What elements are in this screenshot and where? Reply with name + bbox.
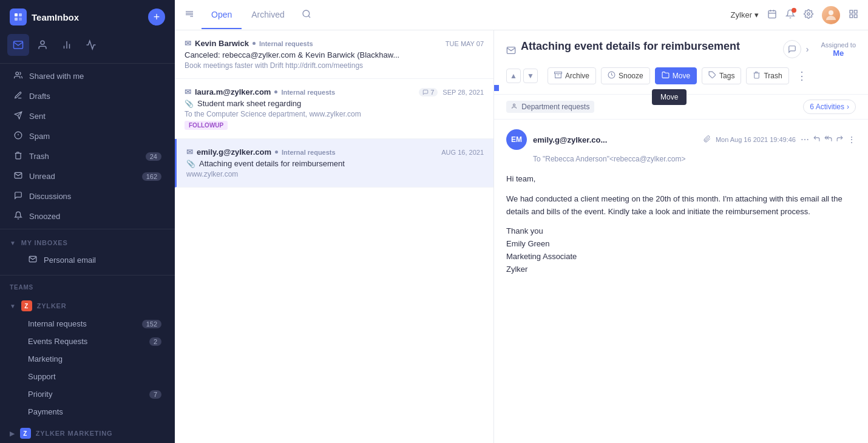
my-inboxes-label: My Inboxes bbox=[21, 239, 68, 246]
svg-rect-28 bbox=[854, 15, 857, 18]
sidebar-item-snoozed[interactable]: Snoozed bbox=[4, 207, 171, 226]
topnav-right: Zylker ▾ bbox=[731, 6, 858, 24]
apps-grid-icon[interactable] bbox=[849, 9, 858, 21]
sidebar-inbox-icon[interactable] bbox=[7, 34, 29, 56]
sidebar-icon-row bbox=[0, 34, 175, 61]
snooze-icon bbox=[608, 71, 615, 81]
action-more-icon[interactable]: ⋮ bbox=[796, 69, 807, 83]
email-subject-2: 📎 Student mark sheet regarding bbox=[185, 99, 484, 108]
more-options-icon[interactable]: ⋮ bbox=[847, 135, 856, 144]
email-date-2: SEP 28, 2021 bbox=[442, 89, 484, 96]
expand-icon[interactable]: › bbox=[806, 44, 809, 54]
settings-icon[interactable] bbox=[804, 9, 813, 21]
app-logo: TeamInbox bbox=[10, 8, 79, 25]
detail-title: Attaching event details for reimbursemen… bbox=[521, 40, 740, 53]
email-detail: Attaching event details for reimbursemen… bbox=[494, 30, 868, 443]
email-icon-3: ✉ bbox=[186, 147, 193, 157]
unread-icon bbox=[13, 171, 23, 181]
sidebar-item-payments[interactable]: Payments bbox=[4, 404, 171, 420]
sidebar-item-marketing[interactable]: Marketing bbox=[4, 351, 171, 367]
shared-icon bbox=[13, 71, 23, 81]
email-item-1[interactable]: ✉ Kevin Barwick Internal requests TUE MA… bbox=[175, 30, 493, 79]
my-inboxes-chevron: ▼ bbox=[10, 240, 16, 246]
tab-archived[interactable]: Archived bbox=[242, 1, 294, 29]
trash-badge: 24 bbox=[146, 152, 161, 161]
zylker-marketing-chevron: ▶ bbox=[10, 430, 15, 437]
trash-button[interactable]: Trash bbox=[746, 67, 788, 84]
main-content: Open Archived Zylker ▾ bbox=[175, 0, 868, 443]
svg-rect-30 bbox=[555, 72, 562, 74]
from-row: EM emily.g@zylker.co... Mon Aug 16 2021 … bbox=[506, 129, 856, 150]
sidebar-contacts-icon[interactable] bbox=[32, 34, 53, 56]
sender-name: emily.g@zylker.co... bbox=[533, 135, 697, 144]
user-avatar[interactable] bbox=[822, 6, 840, 24]
move-icon bbox=[662, 71, 670, 81]
search-icon[interactable] bbox=[302, 9, 311, 21]
sidebar-item-sent[interactable]: Sent bbox=[4, 107, 171, 126]
email-item-3[interactable]: ✉ emily.g@zylker.com Internal requests A… bbox=[175, 139, 493, 188]
chat-icon-button[interactable] bbox=[783, 40, 801, 58]
topnav: Open Archived Zylker ▾ bbox=[175, 0, 868, 30]
drafts-icon bbox=[13, 91, 23, 101]
svg-point-25 bbox=[829, 10, 833, 15]
more-dots-icon[interactable]: ⋯ bbox=[801, 135, 809, 144]
email-timestamp: Mon Aug 16 2021 19:49:46 bbox=[716, 136, 796, 143]
move-tooltip: Move bbox=[652, 90, 687, 105]
svg-rect-26 bbox=[850, 10, 853, 13]
comment-badge-2: 7 bbox=[419, 88, 438, 96]
reply-all-icon[interactable] bbox=[824, 135, 832, 144]
sidebar-item-discussions[interactable]: Discussions bbox=[4, 187, 171, 206]
notification-icon[interactable] bbox=[785, 9, 795, 21]
snooze-button[interactable]: Snooze bbox=[601, 67, 650, 84]
nav-down-arrow[interactable]: ▼ bbox=[523, 69, 538, 83]
unread-badge: 162 bbox=[142, 172, 161, 181]
email-sender-2: ✉ laura.m@zylker.com Internal requests bbox=[185, 87, 335, 96]
sidebar-item-events-requests[interactable]: Events Requests 2 bbox=[4, 333, 171, 350]
tags-button[interactable]: Tags bbox=[702, 67, 741, 84]
zylker-chevron: ▼ bbox=[10, 303, 16, 309]
sidebar-item-priority[interactable]: Priority 7 bbox=[4, 386, 171, 402]
sidebar-item-spam[interactable]: Spam bbox=[4, 127, 171, 146]
sent-label: Sent bbox=[29, 112, 161, 121]
sidebar-reports-icon[interactable] bbox=[56, 34, 78, 56]
dot-sep-3 bbox=[275, 150, 278, 154]
sidebar-item-internal-requests[interactable]: Internal requests 152 bbox=[4, 316, 171, 332]
sidebar-activity-icon[interactable] bbox=[80, 34, 102, 56]
svg-point-18 bbox=[303, 10, 310, 17]
forward-icon[interactable] bbox=[836, 135, 844, 144]
zylker-label: ZYLKER bbox=[37, 302, 67, 309]
nav-arrows: ▲ ▼ bbox=[506, 69, 538, 83]
zylker-marketing-label: ZYLKER MARKETING bbox=[36, 430, 112, 437]
teams-section-label: TEAMS bbox=[0, 278, 175, 293]
user-menu[interactable]: Zylker ▾ bbox=[731, 10, 759, 19]
activities-button[interactable]: 6 Activities › bbox=[803, 100, 856, 114]
archive-icon bbox=[554, 71, 562, 81]
sidebar-item-drafts[interactable]: Drafts bbox=[4, 87, 171, 106]
zylker-marketing-header[interactable]: ▶ Z ZYLKER MARKETING bbox=[0, 424, 175, 442]
personal-email-icon bbox=[28, 255, 38, 265]
move-button[interactable]: Move bbox=[655, 67, 697, 84]
sidebar-item-support[interactable]: Support bbox=[4, 368, 171, 385]
unread-label: Unread bbox=[29, 172, 136, 181]
email-to: To "Rebecca Anderson"<rebecca@zylker.com… bbox=[506, 155, 856, 163]
sidebar-item-unread[interactable]: Unread 162 bbox=[4, 167, 171, 186]
department-requests-tag[interactable]: Department requests bbox=[506, 101, 594, 113]
filter-icon[interactable] bbox=[185, 9, 194, 21]
my-inboxes-header[interactable]: ▼ My Inboxes bbox=[0, 235, 175, 250]
trash-detail-icon bbox=[753, 71, 761, 81]
email-item-2[interactable]: ✉ laura.m@zylker.com Internal requests 7… bbox=[175, 79, 493, 139]
tab-open[interactable]: Open bbox=[202, 1, 242, 29]
archive-button[interactable]: Archive bbox=[548, 67, 596, 84]
calendar-icon[interactable] bbox=[767, 9, 777, 21]
sidebar-item-shared[interactable]: Shared with me bbox=[4, 67, 171, 86]
reply-icon[interactable] bbox=[813, 135, 821, 144]
nav-up-arrow[interactable]: ▲ bbox=[506, 69, 521, 83]
compose-button[interactable]: + bbox=[148, 8, 165, 25]
sidebar-item-trash[interactable]: Trash 24 bbox=[4, 147, 171, 166]
email-icon-1: ✉ bbox=[185, 39, 191, 48]
zylker-team-header[interactable]: ▼ Z ZYLKER bbox=[0, 297, 175, 315]
internal-requests-label: Internal requests bbox=[28, 319, 136, 328]
sidebar-item-personal-email[interactable]: Personal email bbox=[4, 251, 171, 269]
events-requests-badge: 2 bbox=[149, 337, 161, 346]
internal-requests-badge: 152 bbox=[142, 320, 161, 328]
